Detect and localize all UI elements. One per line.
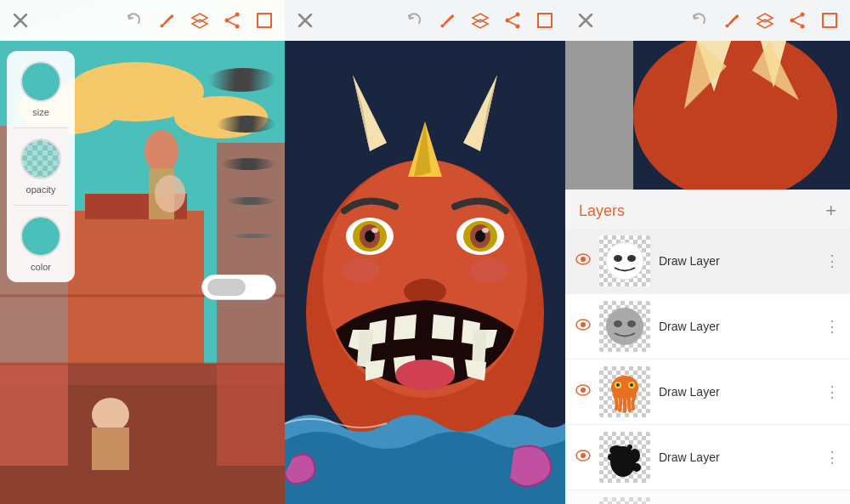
expand-button-3[interactable] (819, 10, 840, 31)
layers-title: Layers (579, 202, 625, 220)
svg-marker-31 (473, 14, 488, 22)
close-button-2[interactable] (295, 10, 315, 31)
svg-point-74 (395, 360, 455, 390)
share-button-3[interactable] (787, 10, 808, 31)
svg-point-109 (581, 453, 586, 458)
undo-button-1[interactable] (125, 10, 145, 31)
opacity-circle[interactable] (20, 139, 61, 179)
svg-rect-27 (92, 428, 129, 470)
layer-item-2[interactable]: Draw Layer ⋮ (565, 294, 850, 360)
brush-stroke-2 (200, 116, 276, 133)
layer-name-4: Draw Layer (659, 450, 816, 464)
svg-point-26 (92, 398, 129, 432)
layer-eye-3[interactable] (575, 384, 591, 399)
svg-point-93 (606, 242, 643, 280)
svg-point-53 (371, 228, 378, 233)
layer-more-3[interactable]: ⋮ (824, 382, 840, 401)
svg-rect-87 (565, 41, 633, 190)
svg-point-60 (343, 258, 380, 282)
layer-more-1[interactable]: ⋮ (824, 252, 840, 270)
svg-point-77 (726, 25, 729, 28)
size-color-circle[interactable] (20, 61, 61, 102)
brush-panel: size opacity color (7, 51, 75, 282)
layer-eye-2[interactable] (575, 319, 591, 334)
brush-slider-bar[interactable] (200, 275, 276, 300)
svg-point-7 (225, 19, 230, 23)
layer-name-1: Draw Layer (659, 254, 816, 268)
svg-point-33 (516, 13, 520, 17)
expand-button-2[interactable] (535, 10, 555, 31)
svg-line-84 (794, 22, 801, 25)
layer-thumb-5 (599, 497, 650, 504)
layer-item-4[interactable]: Draw Layer ⋮ (565, 425, 850, 490)
layers-header: Layers + (565, 190, 850, 229)
svg-point-5 (235, 13, 240, 17)
svg-point-100 (627, 320, 636, 327)
layers-add-button[interactable]: + (825, 200, 836, 222)
svg-marker-78 (757, 14, 773, 22)
stroke-shape-5 (230, 234, 276, 238)
toolbar-actions-3 (690, 10, 840, 31)
color-circle[interactable] (20, 216, 61, 257)
layer-item-1[interactable]: Draw Layer ⋮ (565, 229, 850, 294)
expand-button-1[interactable] (254, 10, 275, 31)
svg-point-88 (633, 41, 837, 190)
close-button-3[interactable] (575, 10, 596, 31)
toolbar-actions-1 (125, 10, 275, 31)
svg-point-113 (608, 454, 615, 461)
svg-marker-79 (757, 20, 773, 28)
svg-point-98 (606, 308, 643, 345)
stroke-shape-3 (221, 158, 276, 170)
brush-stroke-3 (200, 158, 276, 170)
svg-point-92 (581, 257, 586, 262)
svg-point-95 (627, 255, 636, 262)
brush-sliders (200, 51, 276, 300)
layer-thumb-3 (599, 366, 650, 417)
svg-line-36 (509, 16, 516, 20)
layer-item-3[interactable]: Draw Layer ⋮ (565, 360, 850, 425)
svg-rect-85 (823, 14, 836, 27)
layer-button-1[interactable] (190, 10, 210, 31)
layer-more-4[interactable]: ⋮ (824, 448, 840, 467)
undo-button-2[interactable] (405, 10, 426, 31)
layer-thumb-2 (599, 301, 650, 352)
svg-point-35 (506, 19, 510, 23)
toolbar-1 (0, 0, 285, 41)
panel-3-art-preview (565, 41, 850, 190)
stroke-shape-2 (216, 116, 277, 133)
svg-line-83 (794, 16, 801, 20)
share-button-2[interactable] (502, 10, 523, 31)
layer-more-2[interactable]: ⋮ (824, 317, 840, 336)
layers-section: Layers + Draw Layer ⋮ (565, 190, 850, 504)
svg-line-9 (229, 22, 235, 25)
layer-eye-4[interactable] (575, 450, 591, 465)
brush-button-2[interactable] (438, 10, 458, 31)
brush-button-3[interactable] (722, 10, 743, 31)
layer-name-2: Draw Layer (659, 320, 816, 333)
layer-item-5[interactable]: Draw Layer ⋮ (565, 490, 850, 504)
svg-point-2 (161, 25, 164, 28)
svg-point-61 (470, 258, 507, 282)
panel-2 (285, 0, 565, 504)
svg-point-94 (614, 255, 622, 262)
opacity-label: opacity (26, 184, 56, 195)
layer-eye-1[interactable] (575, 253, 591, 269)
size-label: size (32, 107, 49, 117)
svg-point-82 (790, 19, 795, 23)
panel-3: Layers + Draw Layer ⋮ (565, 0, 850, 504)
slider-thumb (207, 279, 246, 296)
svg-point-30 (441, 25, 445, 28)
layer-button-2[interactable] (470, 10, 490, 31)
svg-marker-64 (394, 314, 416, 340)
svg-point-112 (630, 449, 640, 462)
share-button-1[interactable] (222, 10, 242, 31)
svg-point-34 (516, 25, 520, 29)
layer-button-3[interactable] (755, 10, 775, 31)
stroke-shape-1 (207, 68, 277, 92)
svg-point-97 (581, 322, 586, 327)
toolbar-2 (285, 0, 565, 41)
svg-point-6 (235, 25, 240, 29)
brush-button-1[interactable] (157, 10, 178, 31)
undo-button-3[interactable] (690, 10, 711, 31)
close-button-1[interactable] (10, 10, 31, 31)
